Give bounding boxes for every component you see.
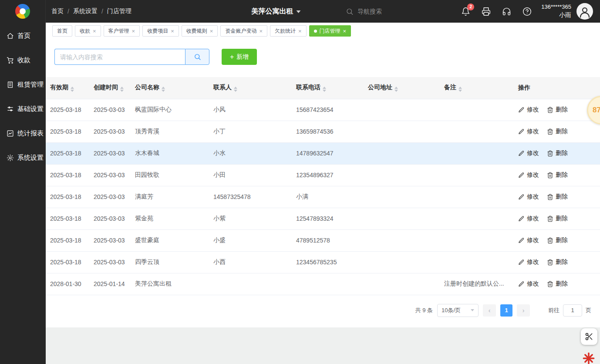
sort-icon[interactable] — [458, 87, 462, 92]
floating-tool-button[interactable] — [581, 328, 597, 345]
next-page-button[interactable]: › — [517, 304, 530, 317]
edit-button[interactable]: 修改 — [518, 193, 539, 201]
sort-icon[interactable] — [394, 87, 398, 92]
sort-icon[interactable] — [120, 87, 124, 92]
print-button[interactable] — [481, 7, 491, 16]
column-header-address[interactable]: 公司地址 — [364, 77, 440, 99]
app-logo[interactable] — [0, 0, 46, 23]
edit-button[interactable]: 修改 — [518, 128, 539, 135]
edit-button[interactable]: 修改 — [518, 171, 539, 179]
prev-page-button[interactable]: ‹ — [483, 304, 496, 317]
table-row[interactable]: 2025-03-182025-03-03枫蓝国际中心小风15687423654修… — [46, 99, 600, 121]
tab-fee-items[interactable]: 收费项目× — [142, 25, 179, 37]
person-icon — [578, 6, 591, 19]
column-header-remark[interactable]: 备注 — [440, 77, 514, 99]
close-icon[interactable]: × — [171, 28, 174, 34]
delete-button[interactable]: 删除 — [547, 280, 568, 288]
tab-fund-changes[interactable]: 资金账户变动× — [220, 25, 267, 37]
table-row[interactable]: 2028-01-302025-01-14美萍公寓出租注册时创建的默认公...修改… — [46, 273, 600, 295]
edit-button[interactable]: 修改 — [518, 258, 539, 266]
close-icon[interactable]: × — [93, 28, 96, 34]
tab-stores[interactable]: 门店管理× — [309, 25, 351, 37]
close-icon[interactable]: × — [259, 28, 263, 34]
column-header-company[interactable]: 公司名称 — [131, 77, 209, 99]
delete-button[interactable]: 删除 — [547, 193, 568, 201]
avatar[interactable] — [576, 3, 593, 20]
cell-contact — [209, 273, 292, 295]
column-header-created-at[interactable]: 创建时间 — [89, 77, 131, 99]
cell-actions: 修改删除 — [514, 251, 600, 273]
tab-arrears-stats[interactable]: 欠款统计× — [270, 25, 307, 37]
edit-button[interactable]: 修改 — [518, 149, 539, 157]
company-selector[interactable]: 美萍公寓出租 — [251, 7, 300, 16]
breadcrumb-item-system-settings[interactable]: 系统设置 — [73, 7, 98, 15]
breadcrumb-item-store-management[interactable]: 门店管理 — [107, 7, 131, 15]
close-icon[interactable]: × — [132, 28, 135, 34]
delete-button[interactable]: 删除 — [547, 258, 568, 266]
table-row[interactable]: 2025-03-182025-03-03满庭芳14587325478小满修改删除 — [46, 186, 600, 208]
delete-button[interactable]: 删除 — [547, 149, 568, 157]
close-icon[interactable]: × — [210, 28, 213, 34]
cell-phone: 12547893324 — [292, 208, 364, 229]
topbar: 首页 / 系统设置 / 门店管理 美萍公寓出租 2 136*****365 小雨 — [0, 0, 600, 23]
close-icon[interactable]: × — [343, 28, 347, 34]
tab-customers[interactable]: 客户管理× — [104, 25, 140, 37]
help-button[interactable] — [522, 7, 532, 16]
edit-button[interactable]: 修改 — [518, 106, 539, 114]
table-row[interactable]: 2025-03-182025-03-03顶秀青溪小丁13659874536修改删… — [46, 121, 600, 142]
page-size-select[interactable]: 10条/页 — [437, 304, 479, 317]
add-button[interactable]: + 新增 — [222, 49, 257, 65]
sidebar-item-home[interactable]: 首页 — [0, 24, 46, 48]
sidebar-item-reports[interactable]: 统计报表 — [0, 121, 46, 145]
column-header-contact[interactable]: 联系人 — [209, 77, 292, 99]
chevron-right-icon: › — [522, 307, 525, 314]
sort-icon[interactable] — [323, 87, 326, 92]
tab-payments[interactable]: 收款× — [75, 25, 101, 37]
sidebar-item-base-settings[interactable]: 基础设置 — [0, 97, 46, 121]
table-row[interactable]: 2025-03-182025-03-03紫金苑小紫12547893324修改删除 — [46, 208, 600, 229]
delete-button[interactable]: 删除 — [547, 236, 568, 244]
column-header-phone[interactable]: 联系电话 — [292, 77, 364, 99]
sidebar-item-lease[interactable]: 租赁管理 — [0, 72, 46, 97]
sidebar-item-label: 统计报表 — [17, 129, 44, 138]
tab-fee-rules[interactable]: 收费规则× — [182, 25, 218, 37]
edit-button-label: 修改 — [527, 106, 539, 114]
breadcrumb-item-home[interactable]: 首页 — [51, 7, 64, 15]
cell-phone: 4789512578 — [292, 229, 364, 251]
table-row[interactable]: 2025-03-182025-03-03水木春城小水14789632547修改删… — [46, 142, 600, 164]
sort-icon[interactable] — [162, 87, 165, 92]
nav-search-input[interactable] — [357, 8, 427, 15]
sort-icon[interactable] — [71, 87, 74, 92]
support-button[interactable] — [502, 7, 511, 16]
sort-icon[interactable] — [234, 87, 237, 92]
delete-button[interactable]: 删除 — [547, 128, 568, 135]
sidebar-item-system-settings[interactable]: 系统设置 — [0, 145, 46, 170]
cell-valid-until: 2025-03-18 — [46, 208, 89, 229]
delete-button[interactable]: 删除 — [547, 106, 568, 114]
close-icon[interactable]: × — [298, 28, 302, 34]
topbar-icons: 2 — [461, 7, 532, 16]
column-header-valid-until[interactable]: 有效期 — [46, 77, 89, 99]
floating-red-button[interactable] — [581, 351, 596, 364]
search-button[interactable] — [185, 49, 209, 65]
table-row[interactable]: 2025-03-182025-03-03四季云顶小西123456785235修改… — [46, 251, 600, 273]
goto-page-input[interactable] — [563, 304, 582, 317]
search-input[interactable] — [54, 49, 185, 65]
user-info: 136*****365 小雨 — [541, 3, 571, 19]
cell-contact: 小紫 — [209, 208, 292, 229]
page-size-value: 10条/页 — [442, 307, 461, 314]
edit-button[interactable]: 修改 — [518, 236, 539, 244]
table-row[interactable]: 2025-03-182025-03-03盛世豪庭小盛4789512578修改删除 — [46, 229, 600, 251]
edit-button[interactable]: 修改 — [518, 280, 539, 288]
edit-button[interactable]: 修改 — [518, 215, 539, 222]
pencil-icon — [518, 172, 525, 179]
notifications-button[interactable]: 2 — [461, 7, 470, 16]
page-number-1[interactable]: 1 — [500, 304, 512, 317]
tab-label: 收款 — [80, 27, 90, 35]
user-name: 小雨 — [541, 11, 571, 19]
sidebar-item-payments[interactable]: 收款 — [0, 48, 46, 72]
tab-home[interactable]: 首页 — [52, 25, 72, 37]
delete-button[interactable]: 删除 — [547, 171, 568, 179]
delete-button[interactable]: 删除 — [547, 215, 568, 222]
table-row[interactable]: 2025-03-182025-03-03田园牧歌小田12354896327修改删… — [46, 164, 600, 186]
